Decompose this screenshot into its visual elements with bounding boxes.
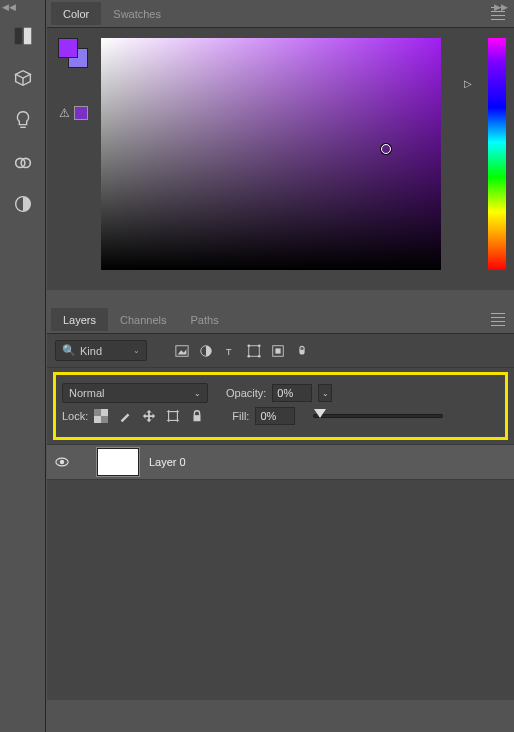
- layer-thumbnail[interactable]: [97, 448, 139, 476]
- svg-text:T: T: [226, 345, 232, 356]
- blend-mode-value: Normal: [69, 387, 104, 399]
- svg-point-4: [21, 158, 30, 167]
- left-toolbar: ◀◀: [0, 0, 46, 732]
- fill-input[interactable]: 0%: [255, 407, 295, 425]
- svg-point-13: [247, 354, 250, 357]
- svg-rect-1: [23, 28, 30, 45]
- lock-transparency-icon[interactable]: [94, 409, 108, 423]
- brush-tool-icon[interactable]: [3, 16, 43, 56]
- color-panel-tabs: Color Swatches: [47, 0, 514, 28]
- filter-toggle-icon[interactable]: [293, 342, 311, 360]
- gamut-swatch[interactable]: [74, 106, 88, 120]
- svg-rect-0: [14, 28, 21, 45]
- expand-arrow-icon[interactable]: ▶▶: [494, 2, 508, 12]
- filter-adjustment-icon[interactable]: [197, 342, 215, 360]
- lock-artboard-icon[interactable]: [166, 409, 180, 423]
- svg-rect-20: [94, 409, 101, 416]
- lock-all-icon[interactable]: [190, 409, 204, 423]
- gamut-warning-icon[interactable]: ⚠: [59, 106, 70, 120]
- layers-panel-menu-icon[interactable]: [488, 310, 508, 330]
- chevron-down-icon: ⌄: [133, 346, 140, 355]
- opacity-dropdown-button[interactable]: ⌄: [318, 384, 332, 402]
- lock-label: Lock:: [62, 410, 88, 422]
- fill-label: Fill:: [232, 410, 249, 422]
- layer-name[interactable]: Layer 0: [149, 456, 186, 468]
- fill-slider[interactable]: [313, 414, 443, 418]
- svg-point-14: [258, 354, 261, 357]
- visibility-eye-icon[interactable]: [55, 455, 69, 469]
- svg-rect-10: [249, 345, 260, 356]
- tab-swatches[interactable]: Swatches: [101, 2, 173, 25]
- lock-position-icon[interactable]: [142, 409, 156, 423]
- collapse-arrow-icon[interactable]: ◀◀: [2, 2, 16, 12]
- opacity-input[interactable]: 0%: [272, 384, 312, 402]
- tab-color[interactable]: Color: [51, 2, 101, 25]
- color-panel: ⚠ ▷: [47, 28, 514, 290]
- layer-list: Layer 0: [47, 444, 514, 480]
- svg-point-29: [60, 460, 64, 464]
- cloud-icon[interactable]: [3, 142, 43, 182]
- adjustment-icon[interactable]: [3, 184, 43, 224]
- blend-mode-select[interactable]: Normal ⌄: [62, 383, 208, 403]
- search-icon: 🔍: [62, 344, 76, 357]
- layers-empty-area: [47, 480, 514, 700]
- opacity-label: Opacity:: [226, 387, 266, 399]
- lightbulb-icon[interactable]: [3, 100, 43, 140]
- opacity-fill-highlight: Normal ⌄ Opacity: 0% ⌄ Lock: Fill:: [53, 372, 508, 440]
- slider-thumb[interactable]: [314, 409, 326, 418]
- svg-point-12: [258, 344, 261, 347]
- svg-rect-22: [169, 412, 178, 421]
- tab-paths[interactable]: Paths: [179, 308, 231, 331]
- chevron-down-icon: ⌄: [194, 389, 201, 398]
- layer-filter-bar: 🔍 Kind ⌄ T: [47, 334, 514, 368]
- hue-slider[interactable]: [488, 38, 506, 270]
- 3d-tool-icon[interactable]: [3, 58, 43, 98]
- sv-cursor: [381, 144, 391, 154]
- lock-paint-icon[interactable]: [118, 409, 132, 423]
- filter-image-icon[interactable]: [173, 342, 191, 360]
- svg-point-18: [300, 346, 304, 350]
- tab-layers[interactable]: Layers: [51, 308, 108, 331]
- svg-point-11: [247, 344, 250, 347]
- filter-smart-icon[interactable]: [269, 342, 287, 360]
- filter-shape-icon[interactable]: [245, 342, 263, 360]
- svg-rect-21: [101, 416, 108, 423]
- hue-indicator-icon: ▷: [464, 78, 472, 89]
- svg-rect-16: [275, 348, 280, 353]
- filter-type-icon[interactable]: T: [221, 342, 239, 360]
- kind-filter-select[interactable]: 🔍 Kind ⌄: [55, 340, 147, 361]
- svg-marker-7: [178, 349, 187, 354]
- main-panels: ▶▶ Color Swatches ⚠ ▷ Layer: [47, 0, 514, 732]
- foreground-color-swatch[interactable]: [58, 38, 78, 58]
- saturation-value-picker[interactable]: [101, 38, 441, 270]
- tab-channels[interactable]: Channels: [108, 308, 178, 331]
- foreground-background-swatch[interactable]: [58, 38, 88, 68]
- layer-row[interactable]: Layer 0: [47, 444, 514, 480]
- kind-label: Kind: [80, 345, 102, 357]
- layers-panel-tabs: Layers Channels Paths: [47, 306, 514, 334]
- svg-rect-27: [194, 415, 201, 421]
